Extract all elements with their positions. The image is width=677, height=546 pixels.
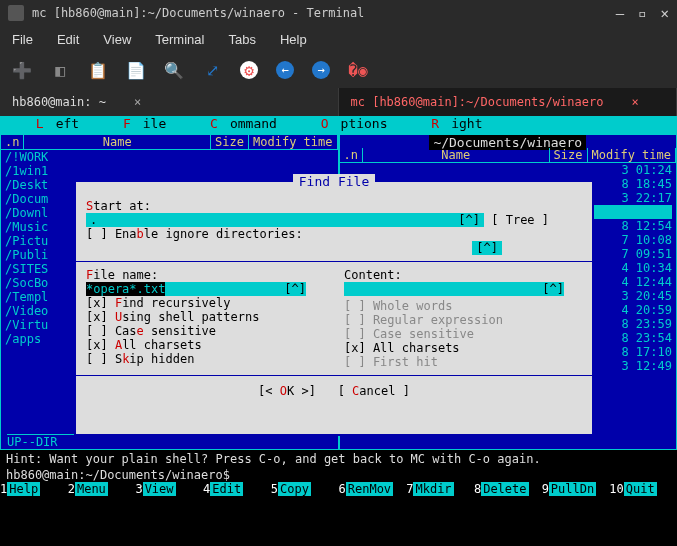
menu-tabs[interactable]: Tabs <box>228 32 255 47</box>
mc-terminal: Left File Command Options Right .n Name … <box>0 116 677 546</box>
menu-view[interactable]: View <box>103 32 131 47</box>
filename-input[interactable]: *opera*.txt[^] <box>86 282 306 296</box>
shell-patterns-checkbox[interactable]: [x] Using shell patterns <box>86 310 324 324</box>
ignore-dirs-checkbox[interactable]: [ ] Enable ignore directories: <box>86 227 582 241</box>
all-charsets-checkbox[interactable]: [x] All charsets <box>86 338 324 352</box>
tab-label: hb860@main: ~ <box>12 95 106 109</box>
tab-shell[interactable]: hb860@main: ~ × <box>0 88 339 116</box>
terminal-toolbar: ➕ ◧ 📋 📄 🔍 ⤢ ⚙ ← → �◉ <box>0 52 677 88</box>
minimize-button[interactable]: — <box>616 5 624 21</box>
mc-menu-left[interactable]: Left <box>4 116 91 134</box>
tab-close-icon[interactable]: × <box>631 95 638 109</box>
fullscreen-icon[interactable]: ⤢ <box>202 60 222 80</box>
new-tab-icon[interactable]: ➕ <box>12 60 32 80</box>
fnkey-delete[interactable]: 8Delete <box>474 482 542 496</box>
terminal-tabs: hb860@main: ~ × mc [hb860@main]:~/Docume… <box>0 88 677 116</box>
col-n: .n <box>340 148 363 162</box>
mc-menu-command[interactable]: Command <box>178 116 289 134</box>
col-name: Name <box>363 148 550 162</box>
fnkey-quit[interactable]: 10Quit <box>609 482 677 496</box>
content-case-checkbox[interactable]: [ ] Case sensitive <box>344 327 582 341</box>
fnkey-menu[interactable]: 2Menu <box>68 482 136 496</box>
mc-menu-right[interactable]: Right <box>400 116 495 134</box>
settings-icon[interactable]: ⚙ <box>240 61 258 79</box>
menu-file[interactable]: File <box>12 32 33 47</box>
shell-prompt[interactable]: hb860@main:~/Documents/winaero$ <box>0 468 677 482</box>
col-mtime: Modify time <box>249 135 337 149</box>
search-icon[interactable]: 🔍 <box>164 60 184 80</box>
new-window-icon[interactable]: ◧ <box>50 60 70 80</box>
content-input[interactable]: [^] <box>344 282 564 296</box>
prev-icon[interactable]: ← <box>276 61 294 79</box>
skip-hidden-checkbox[interactable]: [ ] Skip hidden <box>86 352 324 366</box>
terminal-menubar: File Edit View Terminal Tabs Help <box>0 26 677 52</box>
fnkey-copy[interactable]: 5Copy <box>271 482 339 496</box>
tab-close-icon[interactable]: × <box>134 95 141 109</box>
fnkey-renmov[interactable]: 6RenMov <box>339 482 407 496</box>
copy-icon[interactable]: 📋 <box>88 60 108 80</box>
start-at-input[interactable]: .[^] <box>86 213 484 227</box>
col-mtime: Modify time <box>588 148 676 162</box>
tree-button[interactable]: [ Tree ] <box>491 213 549 227</box>
help-icon[interactable]: �◉ <box>348 60 368 80</box>
menu-help[interactable]: Help <box>280 32 307 47</box>
mc-panels: .n Name Size Modify time /!WORK/1win1/De… <box>0 134 677 450</box>
dialog-title: Find File <box>76 174 592 189</box>
mc-hint: Hint: Want your plain shell? Press C-o, … <box>0 450 677 468</box>
fnkey-help[interactable]: 1Help <box>0 482 68 496</box>
find-recursively-checkbox[interactable]: [x] Find recursively <box>86 296 324 310</box>
col-n: .n <box>1 135 24 149</box>
fnkey-edit[interactable]: 4Edit <box>203 482 271 496</box>
col-name: Name <box>24 135 211 149</box>
tab-label: mc [hb860@main]:~/Documents/winaero <box>351 95 604 109</box>
content-charsets-checkbox[interactable]: [x] All charsets <box>344 341 582 355</box>
paste-icon[interactable]: 📄 <box>126 60 146 80</box>
panel-footer: UP--DIR <box>7 434 327 449</box>
start-at-label: Start at: <box>86 199 582 213</box>
filename-label: File name: <box>86 268 324 282</box>
case-sensitive-checkbox[interactable]: [ ] Case sensitive <box>86 324 324 338</box>
window-title: mc [hb860@main]:~/Documents/winaero - Te… <box>32 6 616 20</box>
first-hit-checkbox[interactable]: [ ] First hit <box>344 355 582 369</box>
fnkey-mkdir[interactable]: 7Mkdir <box>406 482 474 496</box>
close-button[interactable]: ✕ <box>661 5 669 21</box>
content-label: Content: <box>344 268 582 282</box>
tab-mc[interactable]: mc [hb860@main]:~/Documents/winaero × <box>339 88 678 116</box>
panel-columns: .n Name Size Modify time <box>1 135 338 150</box>
mc-menu-file[interactable]: File <box>91 116 178 134</box>
ignore-history-button[interactable]: [^] <box>472 241 502 255</box>
mc-menubar: Left File Command Options Right <box>0 116 677 134</box>
window-titlebar: mc [hb860@main]:~/Documents/winaero - Te… <box>0 0 677 26</box>
col-size: Size <box>550 148 588 162</box>
function-keys: 1Help2Menu3View4Edit5Copy6RenMov7Mkdir8D… <box>0 482 677 496</box>
panel-columns: .n Name Size Modify time <box>340 148 677 163</box>
app-icon <box>8 5 24 21</box>
list-item[interactable]: /!WORK <box>5 150 334 164</box>
col-size: Size <box>211 135 249 149</box>
fnkey-pulldn[interactable]: 9PullDn <box>542 482 610 496</box>
mc-menu-options[interactable]: Options <box>289 116 400 134</box>
cancel-button[interactable]: [ Cancel ] <box>338 384 410 398</box>
fnkey-view[interactable]: 3View <box>135 482 203 496</box>
regex-checkbox[interactable]: [ ] Regular expression <box>344 313 582 327</box>
ok-button[interactable]: [< OK >] <box>258 384 316 398</box>
maximize-button[interactable]: ▫ <box>638 5 646 21</box>
menu-terminal[interactable]: Terminal <box>155 32 204 47</box>
menu-edit[interactable]: Edit <box>57 32 79 47</box>
find-file-dialog: Find File Start at: .[^] [ Tree ] [ ] En… <box>74 180 594 436</box>
whole-words-checkbox[interactable]: [ ] Whole words <box>344 299 582 313</box>
next-icon[interactable]: → <box>312 61 330 79</box>
